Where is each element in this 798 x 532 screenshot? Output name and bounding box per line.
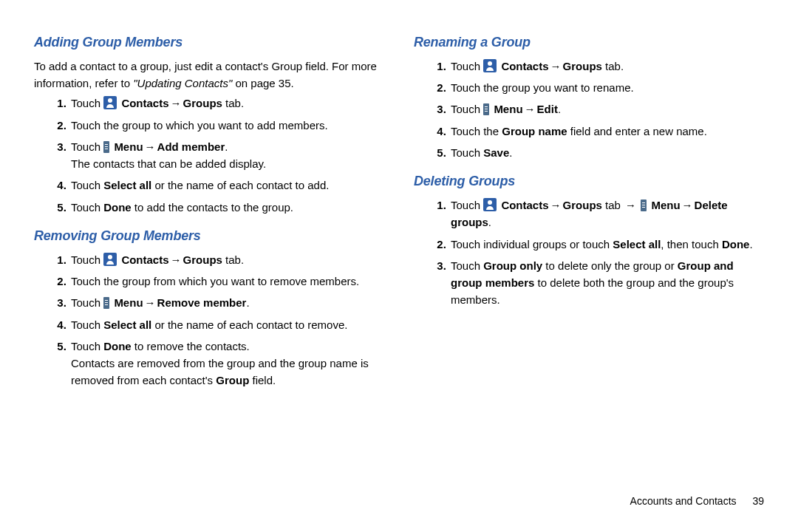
step-text: Touch: [71, 179, 103, 191]
done-label: Done: [722, 238, 750, 250]
contacts-label: Contacts: [121, 253, 168, 266]
step-text: tab.: [222, 97, 244, 109]
save-label: Save: [483, 146, 509, 159]
list-item: Touch the Group name field and enter a n…: [449, 123, 764, 140]
menu-label: Menu: [651, 199, 680, 211]
page-footer: Accounts and Contacts 39: [630, 494, 764, 510]
step-text: , then touch: [661, 238, 722, 250]
contact-icon: [103, 253, 117, 266]
left-column: Adding Group Members To add a contact to…: [34, 33, 384, 400]
step-subtext: The contacts that can be added display.: [71, 157, 266, 170]
step-text: Touch the: [451, 125, 502, 137]
list-item: Touch Contacts→Groups tab.: [69, 95, 384, 112]
step-text: tab: [602, 199, 624, 211]
menu-icon: [641, 200, 647, 211]
step-text: to add the contacts to the group.: [132, 201, 293, 214]
list-item: Touch the group to which you want to add…: [69, 117, 384, 134]
list-item: Touch Done to remove the contacts. Conta…: [69, 338, 384, 389]
step-text: to remove the contacts.: [132, 340, 250, 352]
right-column: Renaming a Group Touch Contacts→Groups t…: [414, 33, 764, 400]
contact-icon: [483, 59, 497, 72]
list-item: Touch Menu→Add member. The contacts that…: [69, 138, 384, 173]
contact-icon: [103, 96, 117, 109]
add-member-label: Add member: [157, 140, 225, 153]
contacts-label: Contacts: [501, 199, 548, 211]
groups-label: Groups: [183, 97, 222, 109]
menu-icon: [483, 103, 489, 115]
intro-paragraph: To add a contact to a group, just edit a…: [34, 58, 384, 92]
list-item: Touch Save.: [449, 144, 764, 161]
list-item: Touch Select all or the name of each con…: [69, 177, 384, 194]
contacts-label: Contacts: [501, 60, 548, 72]
footer-page-number: 39: [752, 495, 764, 507]
step-text: Touch: [451, 199, 483, 211]
list-item: Touch Select all or the name of each con…: [69, 316, 384, 333]
step-text: to delete only the group or: [542, 259, 678, 272]
arrow-icon: →: [550, 60, 562, 72]
step-text: Touch: [71, 97, 103, 109]
menu-label: Menu: [114, 296, 143, 309]
list-item: Touch Contacts→Groups tab.: [69, 251, 384, 268]
step-text: tab.: [602, 60, 624, 72]
step-text: or the name of each contact to add.: [151, 179, 329, 191]
step-text: Touch: [71, 296, 103, 309]
contact-icon: [483, 198, 497, 211]
step-text: Touch: [451, 60, 483, 72]
step-text: field and enter a new name.: [567, 125, 707, 137]
groups-label: Groups: [563, 199, 602, 211]
step-text: or the name of each contact to remove.: [151, 318, 347, 331]
heading-removing-group-members: Removing Group Members: [34, 226, 384, 247]
arrow-icon: →: [145, 140, 156, 153]
arrow-icon: →: [171, 97, 182, 109]
step-text: Touch: [451, 146, 483, 159]
step-text: Touch: [71, 201, 103, 214]
step-text: Touch: [71, 340, 103, 352]
step-subtext: field.: [249, 374, 276, 386]
renaming-steps-list: Touch Contacts→Groups tab. Touch the gro…: [414, 58, 764, 161]
heading-adding-group-members: Adding Group Members: [34, 33, 384, 53]
step-text: Touch: [451, 259, 483, 272]
remove-member-label: Remove member: [157, 296, 247, 309]
arrow-icon: →: [171, 253, 182, 266]
step-text: Touch: [71, 318, 103, 331]
menu-label: Menu: [494, 103, 522, 115]
list-item: Touch individual groups or touch Select …: [449, 236, 764, 253]
group-name-label: Group name: [502, 125, 567, 137]
step-text: Touch: [71, 253, 103, 266]
list-item: Touch Menu→Edit.: [449, 100, 764, 117]
done-label: Done: [103, 201, 132, 214]
step-text: Touch: [451, 103, 483, 115]
groups-label: Groups: [183, 253, 222, 266]
intro-reference: "Updating Contacts": [133, 77, 232, 89]
arrow-icon: →: [550, 199, 562, 211]
group-label: Group: [216, 374, 249, 386]
heading-renaming-group: Renaming a Group: [414, 33, 764, 53]
menu-icon: [103, 297, 109, 309]
group-only-label: Group only: [483, 259, 542, 272]
list-item: Touch the group from which you want to r…: [69, 273, 384, 290]
arrow-icon: →: [145, 296, 156, 309]
step-text: tab.: [222, 253, 244, 266]
menu-label: Menu: [114, 140, 143, 153]
done-label: Done: [103, 340, 132, 352]
arrow-icon: →: [525, 103, 536, 115]
heading-deleting-groups: Deleting Groups: [414, 171, 764, 192]
page-columns: Adding Group Members To add a contact to…: [34, 33, 764, 400]
edit-label: Edit: [537, 103, 558, 115]
arrow-icon: →: [625, 199, 636, 211]
menu-icon: [103, 141, 109, 153]
list-item: Touch Menu→Remove member.: [69, 294, 384, 311]
list-item: Touch the group you want to rename.: [449, 79, 764, 96]
select-all-label: Select all: [613, 238, 661, 250]
list-item: Touch Contacts→Groups tab.: [449, 58, 764, 75]
arrow-icon: →: [682, 199, 693, 211]
select-all-label: Select all: [103, 179, 151, 191]
groups-label: Groups: [563, 60, 602, 72]
list-item: Touch Group only to delete only the grou…: [449, 257, 764, 309]
list-item: Touch Contacts→Groups tab → Menu→Delete …: [449, 197, 764, 231]
deleting-steps-list: Touch Contacts→Groups tab → Menu→Delete …: [414, 197, 764, 309]
step-text: Touch: [71, 140, 103, 153]
footer-section: Accounts and Contacts: [630, 495, 737, 507]
removing-steps-list: Touch Contacts→Groups tab. Touch the gro…: [34, 251, 384, 389]
intro-tail: on page 35.: [232, 77, 293, 89]
